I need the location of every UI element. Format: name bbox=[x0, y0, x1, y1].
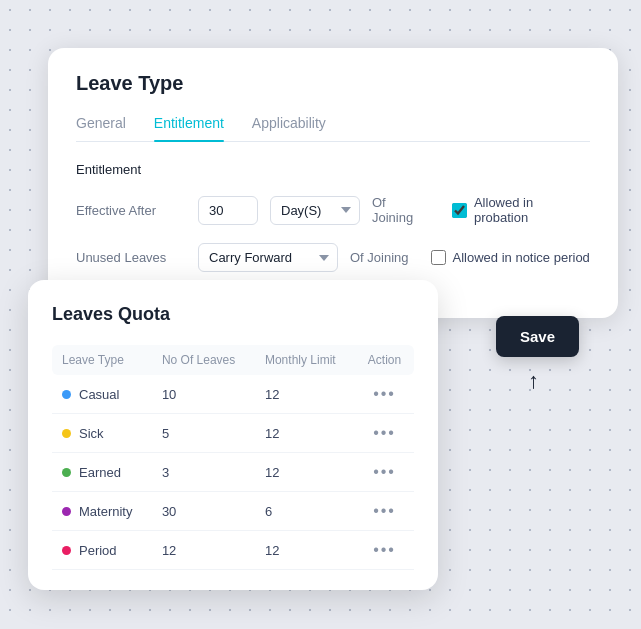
cell-no-of-leaves: 3 bbox=[152, 453, 255, 492]
table-row: Earned 3 12 ••• bbox=[52, 453, 414, 492]
leaves-quota-card: Leaves Quota Leave Type No Of Leaves Mon… bbox=[28, 280, 438, 590]
table-row: Period 12 12 ••• bbox=[52, 531, 414, 570]
action-menu-button[interactable]: ••• bbox=[355, 492, 414, 531]
allowed-notice-checkbox[interactable] bbox=[431, 250, 446, 265]
cell-leave-type: Earned bbox=[52, 453, 152, 492]
cell-leave-type: Casual bbox=[52, 375, 152, 414]
effective-after-label: Effective After bbox=[76, 203, 186, 218]
day-select[interactable]: Day(S) Month(S) Year(S) bbox=[270, 196, 360, 225]
unused-leaves-label: Unused Leaves bbox=[76, 250, 186, 265]
cell-monthly-limit: 6 bbox=[255, 492, 355, 531]
page-title: Leave Type bbox=[76, 72, 590, 95]
entitlement-section-label: Entitlement bbox=[76, 162, 590, 177]
col-no-of-leaves: No Of Leaves bbox=[152, 345, 255, 375]
action-menu-button[interactable]: ••• bbox=[355, 375, 414, 414]
table-row: Maternity 30 6 ••• bbox=[52, 492, 414, 531]
action-menu-button[interactable]: ••• bbox=[355, 453, 414, 492]
cell-no-of-leaves: 30 bbox=[152, 492, 255, 531]
table-header-row: Leave Type No Of Leaves Monthly Limit Ac… bbox=[52, 345, 414, 375]
table-row: Sick 5 12 ••• bbox=[52, 414, 414, 453]
leave-name: Sick bbox=[79, 426, 104, 441]
cell-leave-type: Sick bbox=[52, 414, 152, 453]
tab-general[interactable]: General bbox=[76, 115, 126, 141]
leave-dot bbox=[62, 390, 71, 399]
effective-after-input[interactable] bbox=[198, 196, 258, 225]
cell-no-of-leaves: 10 bbox=[152, 375, 255, 414]
leave-name: Earned bbox=[79, 465, 121, 480]
leave-name: Period bbox=[79, 543, 117, 558]
tabs-container: General Entitlement Applicability bbox=[76, 115, 590, 142]
save-button[interactable]: Save bbox=[496, 316, 579, 357]
cell-monthly-limit: 12 bbox=[255, 375, 355, 414]
leave-name: Casual bbox=[79, 387, 119, 402]
tab-entitlement[interactable]: Entitlement bbox=[154, 115, 224, 141]
leave-dot bbox=[62, 546, 71, 555]
leave-dot bbox=[62, 507, 71, 516]
allowed-probation-label[interactable]: Allowed in probation bbox=[452, 195, 590, 225]
table-row: Casual 10 12 ••• bbox=[52, 375, 414, 414]
tab-applicability[interactable]: Applicability bbox=[252, 115, 326, 141]
col-monthly-limit: Monthly Limit bbox=[255, 345, 355, 375]
cell-no-of-leaves: 12 bbox=[152, 531, 255, 570]
carry-select[interactable]: Carry Forward Lapse Encash bbox=[198, 243, 338, 272]
effective-after-row: Effective After Day(S) Month(S) Year(S) … bbox=[76, 195, 590, 225]
col-action: Action bbox=[355, 345, 414, 375]
cell-no-of-leaves: 5 bbox=[152, 414, 255, 453]
leave-dot bbox=[62, 468, 71, 477]
of-joining-2: Of Joining bbox=[350, 250, 409, 265]
unused-leaves-row: Unused Leaves Carry Forward Lapse Encash… bbox=[76, 243, 590, 272]
allowed-probation-checkbox[interactable] bbox=[452, 203, 467, 218]
action-menu-button[interactable]: ••• bbox=[355, 531, 414, 570]
cell-leave-type: Maternity bbox=[52, 492, 152, 531]
leave-dot bbox=[62, 429, 71, 438]
quota-title: Leaves Quota bbox=[52, 304, 414, 325]
arrow-icon: ↑ bbox=[528, 368, 539, 394]
col-leave-type: Leave Type bbox=[52, 345, 152, 375]
cell-monthly-limit: 12 bbox=[255, 414, 355, 453]
quota-table: Leave Type No Of Leaves Monthly Limit Ac… bbox=[52, 345, 414, 570]
cell-leave-type: Period bbox=[52, 531, 152, 570]
allowed-probation-text: Allowed in probation bbox=[474, 195, 590, 225]
of-joining-1: Of Joining bbox=[372, 195, 430, 225]
cell-monthly-limit: 12 bbox=[255, 453, 355, 492]
cell-monthly-limit: 12 bbox=[255, 531, 355, 570]
leave-name: Maternity bbox=[79, 504, 132, 519]
leave-type-card: Leave Type General Entitlement Applicabi… bbox=[48, 48, 618, 318]
allowed-notice-label[interactable]: Allowed in notice period bbox=[431, 250, 590, 265]
allowed-notice-text: Allowed in notice period bbox=[453, 250, 590, 265]
action-menu-button[interactable]: ••• bbox=[355, 414, 414, 453]
